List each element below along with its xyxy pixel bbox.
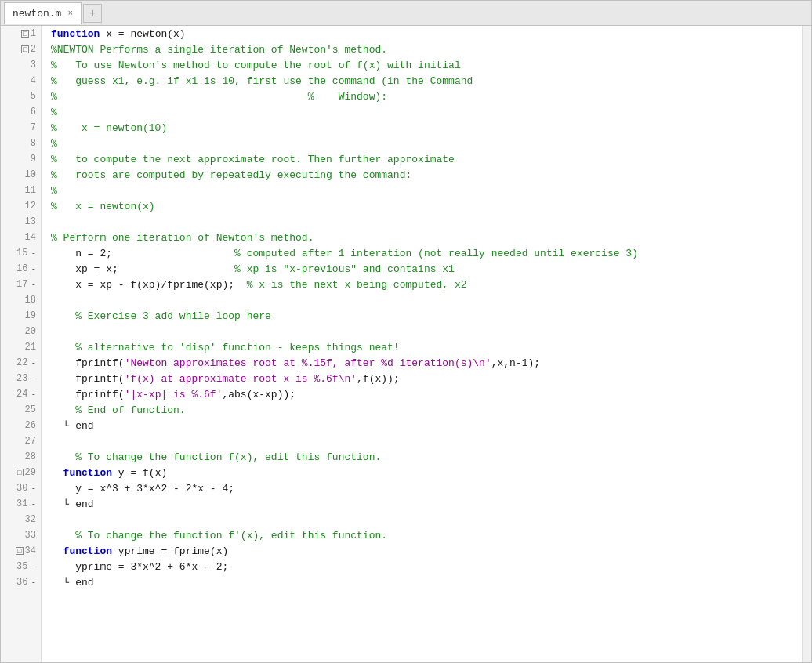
line-number: 25: [1, 402, 41, 418]
line-number: 21: [1, 339, 41, 355]
line-number: 4: [1, 73, 41, 89]
code-line: y = x^3 + 3*x^2 - 2*x - 4;: [42, 480, 802, 496]
code-token: 'f(x) at approximate root x is %.6f\n': [125, 373, 357, 385]
line-number: 31-: [1, 496, 41, 512]
code-token: % computed after 1 interation (not reall…: [234, 248, 638, 259]
code-token: [51, 467, 63, 479]
code-token: n = 2;: [51, 248, 234, 259]
code-line: function x = newton(x): [42, 26, 802, 42]
code-token: % To use Newton's method to compute the …: [51, 60, 461, 71]
code-token: %: [51, 185, 57, 197]
code-token: yprime = 3*x^2 + 6*x - 2;: [51, 561, 228, 573]
code-line: % Perform one iteration of Newton's meth…: [42, 230, 802, 245]
code-line: %: [42, 104, 802, 120]
code-line: fprintf('|x-xp| is %.6f',abs(x-xp));: [42, 386, 802, 402]
minus-indicator: -: [31, 264, 36, 274]
line-number: 7: [1, 120, 41, 136]
code-token: └ end: [51, 420, 94, 432]
fold-indicator[interactable]: □: [21, 30, 29, 38]
line-numbers: □1□23456789101112131415-16-17-1819202122…: [1, 26, 42, 662]
code-token: % x = newton(10): [51, 122, 167, 134]
editor-body: □1□23456789101112131415-16-17-1819202122…: [1, 26, 811, 662]
code-token: ,f(x));: [357, 373, 400, 385]
code-line: %: [42, 136, 802, 151]
code-line: %NEWTON Performs a single iteration of N…: [42, 42, 802, 57]
code-token: └ end: [51, 498, 94, 510]
code-line: function y = f(x): [42, 465, 802, 480]
line-number: 13: [1, 214, 41, 230]
code-line: % To change the function f'(x), edit thi…: [42, 527, 802, 543]
tab-close-button[interactable]: ×: [67, 9, 73, 18]
code-line: % guess x1, e.g. if x1 is 10, first use …: [42, 73, 802, 89]
code-token: ,x,n-1);: [491, 357, 540, 369]
line-number: 36-: [1, 574, 41, 590]
scrollbar[interactable]: [802, 26, 811, 662]
line-number: 28: [1, 449, 41, 465]
code-token: % Perform one iteration of Newton's meth…: [51, 232, 314, 244]
line-number: 11: [1, 183, 41, 198]
code-token: └ end: [51, 577, 94, 589]
code-token: [51, 545, 63, 557]
code-token: fprintf(: [51, 373, 125, 385]
minus-indicator: -: [31, 280, 36, 289]
line-number: 10: [1, 167, 41, 183]
code-token: yprime = fprime(x): [112, 545, 228, 557]
code-token: %: [51, 107, 57, 118]
line-number: 3: [1, 57, 41, 73]
line-number: 23-: [1, 371, 41, 386]
line-number: 5: [1, 89, 41, 104]
code-token: % x is the next x being computed, x2: [247, 279, 467, 291]
code-token: % To change the function f(x), edit this…: [51, 451, 381, 463]
code-line: % to compute the next approximate root. …: [42, 151, 802, 167]
fold-indicator[interactable]: □: [16, 547, 24, 555]
code-token: fprintf(: [51, 357, 125, 369]
fold-indicator[interactable]: □: [16, 469, 24, 476]
code-line: % To use Newton's method to compute the …: [42, 57, 802, 73]
code-area[interactable]: function x = newton(x)%NEWTON Performs a…: [42, 26, 802, 662]
line-number: 19: [1, 308, 41, 324]
code-token: '|x-xp| is %.6f': [125, 389, 223, 400]
minus-indicator: -: [31, 374, 36, 383]
line-number: 35-: [1, 559, 41, 574]
code-line: % To change the function f(x), edit this…: [42, 449, 802, 465]
line-number: 16-: [1, 261, 41, 277]
code-token: function: [63, 545, 112, 557]
code-line: % x = newton(10): [42, 120, 802, 136]
code-line: [42, 512, 802, 527]
code-token: % % Window):: [51, 91, 387, 103]
line-number: 9: [1, 151, 41, 167]
minus-indicator: -: [31, 484, 36, 493]
line-number: 33: [1, 527, 41, 543]
line-number: 32: [1, 512, 41, 527]
code-token: % x = newton(x): [51, 201, 155, 212]
code-token: % to compute the next approximate root. …: [51, 154, 455, 165]
new-tab-button[interactable]: +: [83, 4, 102, 23]
code-line: └ end: [42, 418, 802, 433]
code-token: %: [51, 138, 57, 150]
code-token: % alternative to 'disp' function - keeps…: [51, 342, 400, 353]
file-tab[interactable]: newton.m ×: [4, 2, 82, 24]
line-number: □1: [1, 26, 41, 42]
line-number: 14: [1, 230, 41, 245]
code-line: [42, 433, 802, 449]
minus-indicator: -: [31, 562, 36, 571]
code-line: x = xp - f(xp)/fprime(xp); % x is the ne…: [42, 277, 802, 292]
code-token: x = newton(x): [100, 28, 185, 40]
line-number: □29: [1, 465, 41, 480]
code-line: [42, 214, 802, 230]
code-token: %NEWTON Performs a single iteration of N…: [51, 44, 387, 56]
code-token: % guess x1, e.g. if x1 is 10, first use …: [51, 75, 473, 87]
line-number: 30-: [1, 480, 41, 496]
minus-indicator: -: [31, 358, 36, 368]
code-token: x = xp - f(xp)/fprime(xp);: [51, 279, 247, 291]
code-token: y = f(x): [112, 467, 167, 479]
code-line: % % Window):: [42, 89, 802, 104]
code-line: % roots are computed by repeatedly execu…: [42, 167, 802, 183]
fold-indicator[interactable]: □: [21, 45, 29, 53]
line-number: 15-: [1, 245, 41, 261]
code-line: % Exercise 3 add while loop here: [42, 308, 802, 324]
code-token: function: [51, 28, 100, 40]
code-line: % x = newton(x): [42, 198, 802, 214]
code-line: %: [42, 183, 802, 198]
minus-indicator: -: [31, 499, 36, 509]
